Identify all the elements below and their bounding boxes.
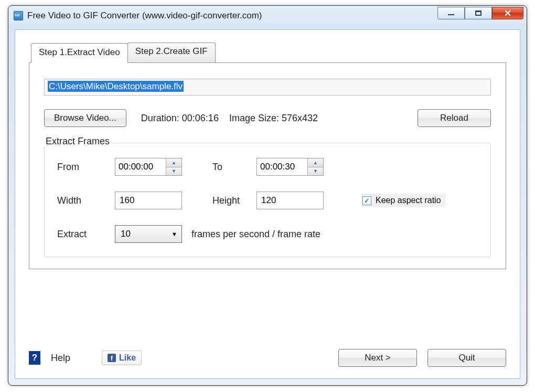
tab-step2[interactable]: Step 2.Create GIF (127, 43, 216, 62)
duration-label: Duration: (141, 113, 179, 123)
spin-down-icon[interactable]: ▼ (166, 167, 181, 176)
to-input[interactable] (257, 158, 307, 175)
image-size-value: 576x432 (282, 113, 318, 123)
to-spin-buttons[interactable]: ▲ ▼ (307, 158, 323, 175)
spin-up-icon[interactable]: ▲ (166, 158, 181, 167)
keep-ratio-label: Keep aspect ratio (376, 196, 441, 205)
tab-panel-step1: C:\Users\Mike\Desktop\sample.flv Browse … (29, 62, 506, 269)
maximize-icon (475, 10, 482, 16)
from-spinner[interactable]: ▲ ▼ (115, 158, 182, 176)
file-path-input[interactable]: C:\Users\Mike\Desktop\sample.flv (44, 79, 491, 96)
file-path-text: C:\Users\Mike\Desktop\sample.flv (48, 81, 184, 92)
extract-label: Extract (57, 229, 115, 240)
facebook-icon: f (108, 354, 116, 362)
quit-button[interactable]: Quit (427, 349, 506, 367)
keep-aspect-ratio-check[interactable]: ✓ Keep aspect ratio (361, 194, 445, 207)
spin-down-icon[interactable]: ▼ (307, 167, 323, 176)
next-button[interactable]: Next > (338, 349, 417, 367)
reload-button[interactable]: Reload (418, 109, 491, 127)
group-title: Extract Frames (42, 136, 113, 147)
duration-info: Duration: 00:06:16 Image Size: 576x432 (141, 113, 318, 124)
app-icon (14, 11, 23, 20)
window-controls: ✕ (437, 9, 523, 22)
duration-value: 00:06:16 (182, 113, 219, 123)
browse-video-button[interactable]: Browse Video... (44, 109, 126, 127)
close-icon: ✕ (504, 8, 511, 19)
tab-step1[interactable]: Step 1.Extract Video (31, 43, 128, 63)
bottom-bar: ? Help f Like Next > Quit (29, 349, 506, 367)
window-title: Free Video to GIF Converter (www.video-g… (27, 10, 262, 21)
maximize-button[interactable] (465, 7, 492, 19)
chevron-down-icon: ▼ (172, 231, 177, 237)
minimize-button[interactable] (437, 7, 465, 19)
fps-label: frames per second / frame rate (191, 229, 320, 240)
like-label: Like (119, 353, 136, 363)
height-label: Height (199, 195, 256, 206)
to-label: To (199, 162, 256, 173)
from-spin-buttons[interactable]: ▲ ▼ (166, 158, 181, 175)
checkbox-icon: ✓ (362, 196, 371, 205)
help-icon[interactable]: ? (29, 351, 40, 365)
framerate-dropdown[interactable]: 10 ▼ (115, 225, 182, 243)
width-label: Width (57, 195, 115, 206)
tab-strip: Step 1.Extract Video Step 2.Create GIF (31, 43, 506, 62)
help-label[interactable]: Help (51, 353, 70, 364)
spin-up-icon[interactable]: ▲ (307, 158, 323, 167)
checkmark-icon: ✓ (364, 197, 370, 205)
height-input[interactable] (256, 192, 324, 209)
width-input[interactable] (115, 192, 182, 209)
from-input[interactable] (115, 158, 166, 175)
extract-frames-group: Extract Frames From ▲ ▼ To ▲ (44, 143, 491, 257)
main-window: Free Video to GIF Converter (www.video-g… (8, 5, 527, 386)
from-label: From (57, 162, 115, 173)
fb-like-button[interactable]: f Like (102, 351, 142, 365)
client-area: Step 1.Extract Video Step 2.Create GIF C… (15, 29, 520, 379)
file-row: Browse Video... Duration: 00:06:16 Image… (44, 109, 491, 127)
image-size-label: Image Size: (229, 113, 279, 123)
framerate-value: 10 (121, 229, 131, 239)
to-spinner[interactable]: ▲ ▼ (256, 158, 324, 176)
minimize-icon (448, 14, 454, 15)
close-button[interactable]: ✕ (492, 7, 523, 19)
titlebar[interactable]: Free Video to GIF Converter (www.video-g… (8, 6, 527, 26)
